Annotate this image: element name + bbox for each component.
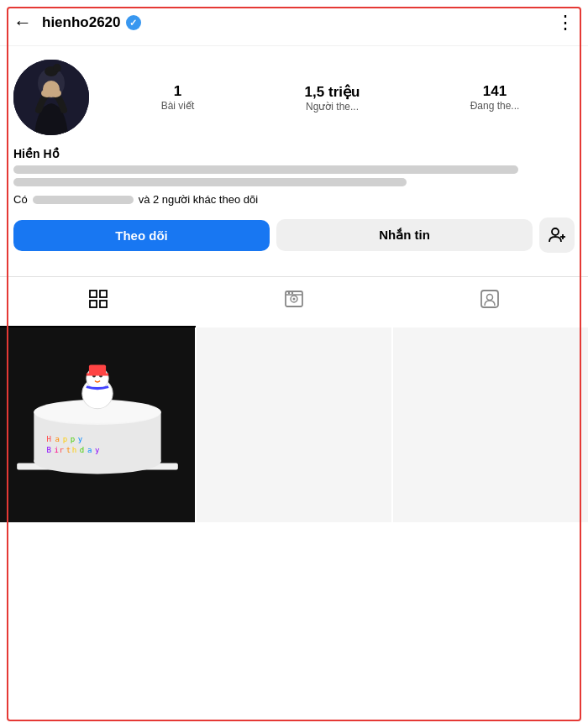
grid-svg [88, 289, 108, 309]
grid-cell-2[interactable] [197, 327, 391, 522]
stats-area: 1 Bài viết 1,5 triệu Người the... 141 Đa… [106, 83, 575, 113]
svg-point-21 [487, 295, 493, 301]
add-friend-button[interactable] [539, 217, 575, 253]
following-count: 141 [470, 83, 520, 100]
bio-line-1 [13, 165, 518, 174]
svg-rect-33 [87, 373, 108, 375]
svg-point-7 [552, 228, 559, 235]
bio-line-2 [13, 178, 407, 186]
stat-following[interactable]: 141 Đang the... [470, 83, 520, 113]
message-button[interactable]: Nhắn tin [276, 219, 533, 251]
svg-text:y: y [78, 435, 83, 443]
svg-text:H: H [46, 435, 50, 443]
svg-rect-10 [90, 291, 97, 297]
svg-rect-13 [100, 301, 107, 307]
follow-button[interactable]: Theo dõi [13, 220, 270, 251]
verified-badge-icon: ✓ [126, 15, 141, 30]
tab-grid[interactable] [0, 277, 196, 327]
tagged-icon [480, 289, 500, 314]
profile-name: Hiền Hồ [13, 147, 575, 160]
svg-text:a: a [87, 446, 92, 454]
grid-icon [88, 289, 108, 314]
back-button[interactable]: ← [13, 13, 32, 32]
posts-label: Bài viết [161, 100, 195, 112]
svg-text:p: p [63, 435, 67, 443]
followers-count: 1,5 triệu [305, 83, 360, 101]
svg-rect-12 [90, 301, 97, 307]
svg-text:p: p [71, 435, 75, 443]
stat-posts[interactable]: 1 Bài viết [161, 83, 195, 113]
avatar-image [13, 60, 89, 135]
tagged-svg [480, 289, 500, 309]
svg-point-3 [53, 64, 61, 72]
tab-tagged[interactable] [392, 277, 588, 327]
svg-point-16 [292, 298, 295, 301]
reels-svg [284, 289, 304, 309]
avatar [13, 60, 89, 135]
tab-reels[interactable] [196, 277, 391, 327]
more-options-button[interactable]: ⋮ [556, 12, 575, 34]
header: ← hienho2620 ✓ ⋮ [0, 0, 588, 46]
svg-text:i: i [55, 446, 59, 454]
grid-content: H a p p y B i r t h d a y [0, 327, 588, 522]
cake-image: H a p p y B i r t h d a y [0, 327, 195, 522]
username-area: hienho2620 ✓ [42, 14, 556, 31]
grid-cell-3[interactable] [393, 327, 588, 522]
reels-icon [284, 289, 304, 314]
posts-count: 1 [161, 83, 195, 100]
svg-text:B: B [46, 446, 51, 454]
svg-text:r: r [60, 446, 65, 454]
add-person-icon [548, 226, 566, 244]
following-label: Đang the... [470, 100, 520, 112]
followers-known: Có và 2 người khác theo dõi [13, 193, 575, 206]
followers-known-text: và 2 người khác theo dõi [139, 193, 258, 206]
avatar-svg [13, 60, 89, 135]
svg-point-6 [43, 81, 60, 97]
svg-text:t: t [66, 446, 71, 454]
svg-point-18 [288, 292, 290, 294]
stat-followers[interactable]: 1,5 triệu Người the... [305, 83, 360, 113]
profile-top: 1 Bài viết 1,5 triệu Người the... 141 Đa… [13, 60, 575, 135]
svg-point-19 [291, 292, 293, 294]
tabs-section [0, 276, 588, 327]
svg-text:y: y [95, 446, 100, 454]
grid-cell-1[interactable]: H a p p y B i r t h d a y [0, 327, 195, 522]
svg-rect-11 [100, 291, 107, 297]
action-buttons: Theo dõi Nhắn tin [13, 217, 575, 253]
svg-rect-20 [481, 291, 498, 307]
co-prefix: Có [13, 193, 28, 206]
svg-text:d: d [80, 446, 84, 454]
followers-known-bar [33, 196, 134, 204]
svg-text:h: h [72, 446, 76, 454]
profile-section: 1 Bài viết 1,5 triệu Người the... 141 Đa… [0, 46, 588, 266]
username-text: hienho2620 [42, 14, 121, 31]
svg-text:a: a [55, 435, 60, 443]
followers-label: Người the... [305, 101, 360, 113]
